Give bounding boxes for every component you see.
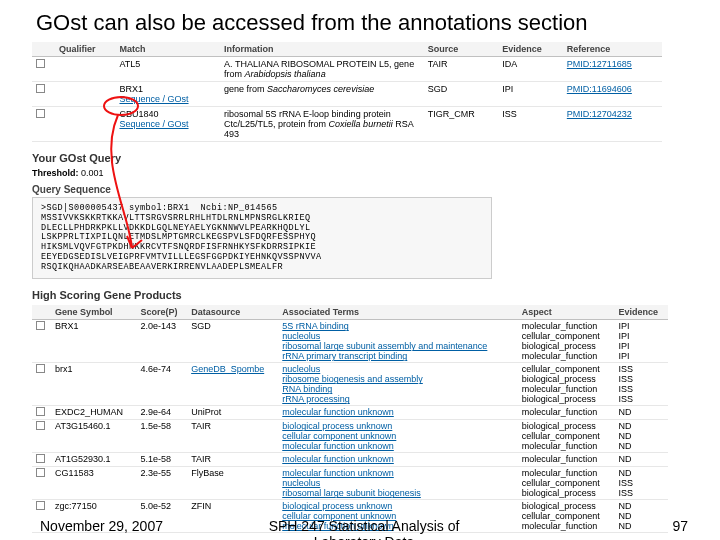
term-link[interactable]: biological process unknown [282, 501, 392, 511]
aspect-cell: molecular_functioncellular_componentbiol… [518, 320, 615, 363]
table-row: EXDC2_HUMAN2.9e-64UniProtmolecular funct… [32, 406, 668, 420]
score-cell: 2.9e-64 [137, 406, 188, 420]
checkbox[interactable] [36, 501, 45, 510]
evidence-cell: NDISSISS [615, 467, 668, 500]
col-header: Match [115, 42, 220, 57]
reference-link[interactable]: PMID:12711685 [567, 59, 632, 69]
col-header: Datasource [187, 305, 278, 320]
term-link[interactable]: RNA binding [282, 384, 332, 394]
query-sequence-label: Query Sequence [32, 184, 706, 195]
term-link[interactable]: 5S rRNA binding [282, 321, 349, 331]
checkbox[interactable] [36, 109, 45, 118]
col-header [32, 305, 51, 320]
slide-footer: November 29, 2007 SPH 247 Statistical An… [40, 518, 688, 534]
term-link[interactable]: cellular component unknown [282, 431, 396, 441]
term-link[interactable]: molecular function unknown [282, 407, 394, 417]
datasource-cell: FlyBase [187, 467, 278, 500]
col-header: Gene Symbol [51, 305, 136, 320]
table-row: BRX12.0e-143SGD5S rRNA bindingnucleolusr… [32, 320, 668, 363]
term-link[interactable]: nucleolus [282, 364, 320, 374]
evidence-cell: IPI [498, 82, 563, 107]
source-cell: TAIR [424, 57, 499, 82]
table-row: CBU1840Sequence / GOstribosomal 5S rRNA … [32, 107, 662, 142]
term-link[interactable]: ribosomal large subunit assembly and mai… [282, 341, 487, 351]
evidence-cell: IDA [498, 57, 563, 82]
col-header: Reference [563, 42, 662, 57]
sequence-gost-link[interactable]: Sequence / GOst [119, 94, 188, 104]
gene-symbol: AT3G15460.1 [51, 420, 136, 453]
evidence-cell: ISSISSISSISS [615, 363, 668, 406]
evidence-cell: ISS [498, 107, 563, 142]
slide: GOst can also be accessed from the annot… [0, 0, 720, 540]
datasource-cell: GeneDB_Spombe [187, 363, 278, 406]
score-cell: 4.6e-74 [137, 363, 188, 406]
term-link[interactable]: molecular function unknown [282, 441, 394, 451]
match-symbol: ATL5 [119, 59, 140, 69]
term-link[interactable]: rRNA processing [282, 394, 350, 404]
table-row: CG115832.3e-55FlyBasemolecular function … [32, 467, 668, 500]
aspect-cell: molecular_function [518, 406, 615, 420]
footer-center: SPH 247 Statistical Analysis ofLaborator… [40, 518, 688, 540]
annotations-table: QualifierMatchInformationSourceEvidenceR… [32, 42, 662, 142]
col-header: Evidence [498, 42, 563, 57]
checkbox[interactable] [36, 59, 45, 68]
checkbox[interactable] [36, 84, 45, 93]
col-header: Qualifier [55, 42, 115, 57]
checkbox[interactable] [36, 407, 45, 416]
table-row: BRX1Sequence / GOstgene from Saccharomyc… [32, 82, 662, 107]
gost-query-heading: Your GOst Query [32, 152, 706, 164]
checkbox[interactable] [36, 421, 45, 430]
term-link[interactable]: biological process unknown [282, 421, 392, 431]
score-cell: 5.1e-58 [137, 453, 188, 467]
results-table: Gene SymbolScore(P)DatasourceAssociated … [32, 305, 668, 533]
gene-symbol: BRX1 [51, 320, 136, 363]
threshold-label: Threshold: [32, 168, 79, 178]
reference-link[interactable]: PMID:12704232 [567, 109, 632, 119]
aspect-cell: molecular_function [518, 453, 615, 467]
table-row: AT1G52930.15.1e-58TAIRmolecular function… [32, 453, 668, 467]
evidence-cell: NDNDND [615, 420, 668, 453]
info-cell: A. THALIANA RIBOSOMAL PROTEIN L5, gene f… [220, 57, 424, 82]
col-header: Associated Terms [278, 305, 518, 320]
term-link[interactable]: nucleolus [282, 478, 320, 488]
checkbox[interactable] [36, 468, 45, 477]
gene-symbol: CG11583 [51, 467, 136, 500]
term-link[interactable]: ribosome biogenesis and assembly [282, 374, 423, 384]
col-header [32, 42, 55, 57]
term-link[interactable]: ribosomal large subunit biogenesis [282, 488, 421, 498]
aspect-cell: molecular_functioncellular_componentbiol… [518, 467, 615, 500]
datasource-cell: UniProt [187, 406, 278, 420]
checkbox[interactable] [36, 364, 45, 373]
datasource-cell: TAIR [187, 420, 278, 453]
col-header: Information [220, 42, 424, 57]
sequence-box: >SGD|S000005437 symbol:BRX1 Ncbi:NP_0145… [32, 197, 492, 279]
score-cell: 2.3e-55 [137, 467, 188, 500]
high-scoring-heading: High Scoring Gene Products [32, 289, 706, 301]
reference-link[interactable]: PMID:11694606 [567, 84, 632, 94]
score-cell: 2.0e-143 [137, 320, 188, 363]
info-cell: ribosomal 5S rRNA E-loop binding protein… [220, 107, 424, 142]
table-row: ATL5A. THALIANA RIBOSOMAL PROTEIN L5, ge… [32, 57, 662, 82]
threshold-value: 0.001 [81, 168, 104, 178]
datasource-cell: TAIR [187, 453, 278, 467]
checkbox[interactable] [36, 454, 45, 463]
term-link[interactable]: nucleolus [282, 331, 320, 341]
match-symbol: CBU1840 [119, 109, 158, 119]
aspect-cell: biological_processcellular_componentmole… [518, 420, 615, 453]
sequence-gost-link[interactable]: Sequence / GOst [119, 119, 188, 129]
evidence-cell: IPIIPIIPIIPI [615, 320, 668, 363]
evidence-cell: ND [615, 453, 668, 467]
table-row: AT3G15460.11.5e-58TAIRbiological process… [32, 420, 668, 453]
match-symbol: BRX1 [119, 84, 143, 94]
gene-symbol: EXDC2_HUMAN [51, 406, 136, 420]
datasource-link[interactable]: GeneDB_Spombe [191, 364, 264, 374]
checkbox[interactable] [36, 321, 45, 330]
term-link[interactable]: rRNA primary transcript binding [282, 351, 407, 361]
page-title: GOst can also be accessed from the annot… [36, 10, 706, 36]
source-cell: SGD [424, 82, 499, 107]
term-link[interactable]: molecular function unknown [282, 468, 394, 478]
col-header: Evidence [615, 305, 668, 320]
col-header: Source [424, 42, 499, 57]
col-header: Aspect [518, 305, 615, 320]
term-link[interactable]: molecular function unknown [282, 454, 394, 464]
